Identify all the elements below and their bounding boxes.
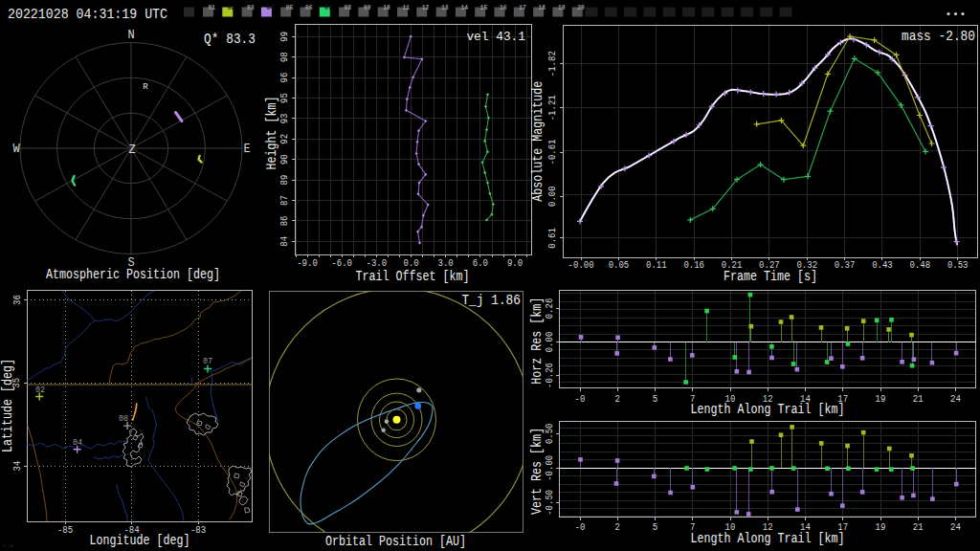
svg-text:86: 86: [278, 215, 290, 226]
svg-text:Longitude [deg]: Longitude [deg]: [90, 533, 190, 548]
svg-text:0.00: 0.00: [546, 186, 558, 207]
svg-text:98: 98: [278, 52, 290, 62]
svg-text:18: 18: [539, 4, 546, 11]
svg-text:6.0: 6.0: [473, 256, 488, 269]
svg-text:19: 19: [558, 4, 566, 11]
svg-text:0.11: 0.11: [646, 258, 667, 271]
svg-text:vel 43.1: vel 43.1: [466, 30, 525, 44]
svg-text:Length Along Trail [km]: Length Along Trail [km]: [691, 402, 845, 417]
svg-text:9.0: 9.0: [507, 256, 523, 269]
svg-text:Frame Time [s]: Frame Time [s]: [724, 269, 817, 284]
svg-text:15: 15: [480, 4, 488, 11]
svg-text:07: 07: [324, 4, 332, 11]
svg-text:Length Along Trail [km]: Length Along Trail [km]: [691, 531, 845, 546]
svg-text:Vert Res [km]: Vert Res [km]: [529, 428, 545, 515]
svg-text:0.37: 0.37: [835, 258, 856, 271]
svg-text:21: 21: [913, 392, 924, 405]
svg-text:Q* 83.3: Q* 83.3: [204, 32, 256, 47]
svg-text:-1.21: -1.21: [546, 95, 558, 121]
svg-text:0.61: 0.61: [546, 228, 558, 249]
svg-text:0.43: 0.43: [872, 258, 893, 271]
svg-text:Horz Res [km]: Horz Res [km]: [529, 298, 545, 385]
svg-text:-85: -85: [57, 523, 73, 536]
svg-text:01: 01: [209, 4, 216, 11]
svg-text:02: 02: [35, 386, 45, 395]
svg-text:0.05: 0.05: [609, 258, 630, 271]
svg-text:89: 89: [278, 175, 290, 186]
svg-text:mass -2.80: mass -2.80: [902, 29, 975, 45]
svg-text:19: 19: [876, 520, 886, 533]
svg-text:21: 21: [913, 520, 924, 533]
svg-text:07: 07: [203, 357, 212, 366]
svg-text:-3.0: -3.0: [367, 256, 388, 269]
svg-text:36: 36: [11, 295, 23, 305]
svg-text:24: 24: [950, 392, 961, 405]
svg-text:E: E: [243, 143, 250, 156]
svg-text:12: 12: [422, 4, 430, 11]
svg-text:-0: -0: [575, 520, 586, 533]
svg-text:08: 08: [345, 4, 352, 11]
svg-text:06: 06: [305, 4, 313, 11]
svg-text:-83: -83: [190, 523, 206, 536]
svg-text:0.0: 0.0: [403, 256, 418, 269]
svg-text:Latitude [deg]: Latitude [deg]: [0, 359, 15, 452]
svg-text:13: 13: [441, 4, 449, 11]
svg-text:5: 5: [653, 520, 657, 533]
svg-text:87: 87: [278, 195, 290, 206]
svg-text:09: 09: [364, 4, 371, 11]
svg-text:3.0: 3.0: [438, 256, 454, 269]
svg-text:03: 03: [247, 4, 255, 11]
svg-text:-6.0: -6.0: [331, 256, 352, 269]
svg-text:04: 04: [266, 4, 274, 11]
svg-text:0.16: 0.16: [683, 258, 704, 271]
svg-text:02: 02: [228, 4, 235, 11]
svg-text:16: 16: [500, 4, 507, 11]
svg-text:08: 08: [119, 414, 128, 424]
svg-text:84: 84: [278, 236, 290, 247]
svg-text:Atmospheric Position [deg]: Atmospheric Position [deg]: [46, 267, 220, 282]
svg-text:2: 2: [615, 520, 620, 533]
svg-text:14: 14: [460, 4, 468, 11]
svg-text:10: 10: [383, 4, 390, 11]
svg-text:Height [km]: Height [km]: [264, 97, 279, 170]
svg-text:r;w: r;w: [3, 542, 13, 549]
svg-text:0.48: 0.48: [910, 258, 931, 271]
svg-text:17: 17: [519, 4, 526, 11]
svg-text:-0.61: -0.61: [546, 139, 558, 165]
svg-text:11: 11: [403, 4, 411, 11]
svg-text:-1.82: -1.82: [546, 51, 558, 77]
svg-text:96: 96: [278, 73, 290, 83]
svg-text:19: 19: [876, 392, 886, 405]
svg-text:20: 20: [577, 4, 585, 11]
svg-text:W: W: [12, 143, 20, 156]
svg-text:Z: Z: [128, 143, 135, 157]
svg-text:-0.00: -0.00: [568, 258, 594, 271]
svg-text:N: N: [127, 29, 134, 42]
svg-text:0.53: 0.53: [947, 258, 969, 271]
svg-text:5: 5: [653, 392, 657, 405]
svg-text:24: 24: [950, 520, 961, 533]
svg-text:-9.0: -9.0: [297, 256, 318, 269]
svg-text:20221028 04:31:19 UTC: 20221028 04:31:19 UTC: [8, 7, 167, 23]
svg-text:2: 2: [615, 392, 620, 405]
svg-text:34: 34: [11, 461, 23, 472]
svg-text:T_j 1.86: T_j 1.86: [461, 293, 521, 308]
svg-text:Absolute Magnitude: Absolute Magnitude: [530, 81, 546, 202]
svg-text:05: 05: [286, 4, 294, 11]
svg-text:-0: -0: [575, 392, 586, 405]
svg-text:Orbital Position [AU]: Orbital Position [AU]: [325, 534, 466, 549]
svg-text:04: 04: [73, 438, 82, 448]
svg-text:99: 99: [278, 32, 290, 42]
svg-text:R: R: [143, 82, 148, 92]
svg-text:Trail Offset [km]: Trail Offset [km]: [356, 269, 470, 284]
